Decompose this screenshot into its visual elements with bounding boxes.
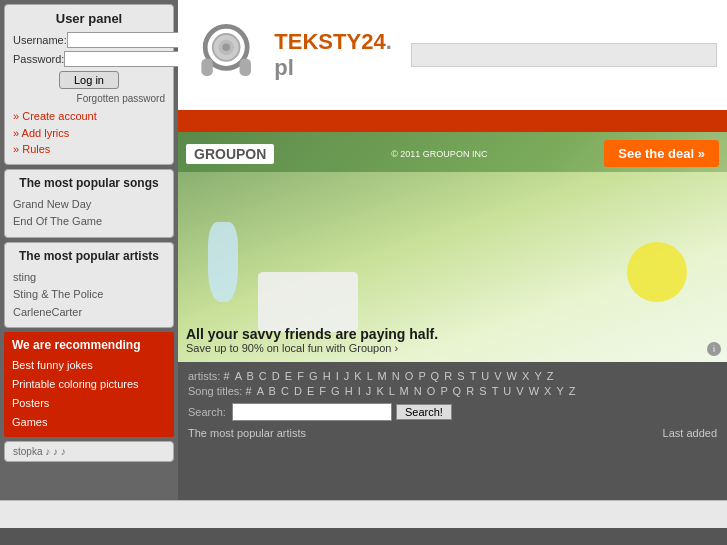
rules-link[interactable]: Rules <box>13 141 165 158</box>
songs-letter-link[interactable]: N <box>414 385 425 397</box>
artists-letter-link[interactable]: G <box>309 370 321 382</box>
artists-letter-link[interactable]: P <box>418 370 428 382</box>
songs-letter-link[interactable]: Z <box>569 385 576 397</box>
recommend-link-0[interactable]: Best funny jokes <box>12 356 166 375</box>
songs-letter-link[interactable]: Y <box>556 385 566 397</box>
popular-song-item-0[interactable]: Grand New Day <box>13 196 165 214</box>
artists-letter-link[interactable]: D <box>272 370 283 382</box>
logo-area: TEKSTY24. pl <box>188 15 411 95</box>
recommend-link-2[interactable]: Posters <box>12 394 166 413</box>
songs-letter-link[interactable]: X <box>544 385 554 397</box>
songs-letter-link[interactable]: D <box>294 385 305 397</box>
popular-artist-item-0[interactable]: sting <box>13 269 165 287</box>
svg-rect-1 <box>201 59 212 76</box>
sidebar-footer: stopka ♪ ♪ ♪ <box>4 441 174 462</box>
orange-bar <box>178 110 727 132</box>
content-area: User panel Username: Password: Log in Fo… <box>0 0 727 500</box>
recommend-link-3[interactable]: Games <box>12 413 166 432</box>
towel-decoration <box>258 272 358 332</box>
artists-letter-link[interactable]: W <box>507 370 520 382</box>
artists-letter-link[interactable]: O <box>405 370 417 382</box>
popular-artist-item-1[interactable]: Sting & The Police <box>13 286 165 304</box>
artists-letter-link[interactable]: B <box>246 370 256 382</box>
songs-letter-link[interactable]: F <box>319 385 329 397</box>
search-input[interactable] <box>232 403 392 421</box>
forgot-password-link[interactable]: Forgotten password <box>13 93 165 104</box>
login-button[interactable]: Log in <box>59 71 119 89</box>
artists-letter-link[interactable]: H <box>323 370 334 382</box>
user-panel-heading: User panel <box>13 11 165 26</box>
songs-letter-link[interactable]: Q <box>453 385 465 397</box>
songs-letter-link[interactable]: # <box>245 385 254 397</box>
groupon-header: GROUPON © 2011 GROUPON INC See the deal … <box>186 140 719 167</box>
songs-letter-link[interactable]: T <box>492 385 502 397</box>
artists-letter-link[interactable]: N <box>392 370 403 382</box>
artists-label: artists: <box>188 370 220 382</box>
popular-artists-link[interactable]: The most popular artists <box>188 427 306 439</box>
artists-letter-link[interactable]: I <box>336 370 342 382</box>
songs-letter-link[interactable]: L <box>389 385 398 397</box>
artists-letter-link[interactable]: S <box>457 370 467 382</box>
last-added-link[interactable]: Last added <box>663 427 717 439</box>
songs-letter-link[interactable]: E <box>307 385 317 397</box>
songs-label: Song titles: <box>188 385 242 397</box>
header-search-bar <box>411 43 717 67</box>
songs-nav-row: Song titles: # A B C D E F G H I J K L M… <box>188 385 717 397</box>
username-row: Username: <box>13 32 165 48</box>
songs-letter-link[interactable]: H <box>345 385 356 397</box>
svg-point-5 <box>222 44 230 52</box>
artists-letter-link[interactable]: U <box>481 370 492 382</box>
bottom-links: The most popular artists Last added <box>188 427 717 439</box>
artists-letter-link[interactable]: V <box>494 370 504 382</box>
artists-letter-link[interactable]: C <box>259 370 270 382</box>
songs-letter-link[interactable]: P <box>440 385 450 397</box>
songs-letter-link[interactable]: U <box>503 385 514 397</box>
artists-letter-link[interactable]: # <box>223 370 232 382</box>
we-recommend-box: We are recommending Best funny jokes Pri… <box>4 332 174 437</box>
groupon-ad: GROUPON © 2011 GROUPON INC See the deal … <box>178 132 727 362</box>
artists-letter-link[interactable]: K <box>354 370 364 382</box>
songs-letter-link[interactable]: J <box>366 385 375 397</box>
site-title: TEKSTY24. pl <box>274 29 411 81</box>
songs-letter-link[interactable]: S <box>479 385 489 397</box>
popular-artists-heading: The most popular artists <box>13 249 165 263</box>
artists-letter-link[interactable]: T <box>470 370 480 382</box>
popular-artists-box: The most popular artists sting Sting & T… <box>4 242 174 329</box>
songs-letter-link[interactable]: W <box>529 385 542 397</box>
songs-letter-link[interactable]: V <box>516 385 526 397</box>
info-icon: i <box>707 342 721 356</box>
artists-letter-link[interactable]: Y <box>534 370 544 382</box>
songs-letter-link[interactable]: K <box>376 385 386 397</box>
groupon-logo: GROUPON <box>186 144 274 164</box>
see-deal-button[interactable]: See the deal » <box>604 140 719 167</box>
artists-letter-link[interactable]: L <box>367 370 376 382</box>
add-lyrics-link[interactable]: Add lyrics <box>13 125 165 142</box>
search-button[interactable]: Search! <box>396 404 452 420</box>
songs-letter-link[interactable]: G <box>331 385 343 397</box>
artists-nav-row: artists: # A B C D E F G H I J K L M N O… <box>188 370 717 382</box>
popular-artist-item-2[interactable]: CarleneCarter <box>13 304 165 322</box>
artists-letter-link[interactable]: Q <box>431 370 443 382</box>
artists-letter-link[interactable]: F <box>297 370 307 382</box>
create-account-link[interactable]: Create account <box>13 108 165 125</box>
sidebar-footer-text: stopka ♪ ♪ ♪ <box>13 446 66 457</box>
nav-area: artists: # A B C D E F G H I J K L M N O… <box>178 362 727 443</box>
songs-letter-link[interactable]: R <box>466 385 477 397</box>
artists-letter-link[interactable]: M <box>378 370 390 382</box>
songs-letter-link[interactable]: A <box>257 385 267 397</box>
artists-letter-link[interactable]: A <box>235 370 245 382</box>
artists-letter-link[interactable]: E <box>285 370 295 382</box>
artists-letter-link[interactable]: Z <box>547 370 554 382</box>
songs-letter-link[interactable]: M <box>400 385 412 397</box>
artists-letter-link[interactable]: X <box>522 370 532 382</box>
artists-letter-link[interactable]: J <box>344 370 353 382</box>
songs-letter-link[interactable]: C <box>281 385 292 397</box>
ad-sub-line[interactable]: Save up to 90% on local fun with Groupon… <box>186 342 438 354</box>
popular-song-item-1[interactable]: End Of The Game <box>13 213 165 231</box>
recommend-link-1[interactable]: Printable coloring pictures <box>12 375 166 394</box>
songs-letter-link[interactable]: B <box>268 385 278 397</box>
songs-letter-link[interactable]: O <box>427 385 439 397</box>
username-label: Username: <box>13 34 67 46</box>
songs-letter-link[interactable]: I <box>358 385 364 397</box>
artists-letter-link[interactable]: R <box>444 370 455 382</box>
